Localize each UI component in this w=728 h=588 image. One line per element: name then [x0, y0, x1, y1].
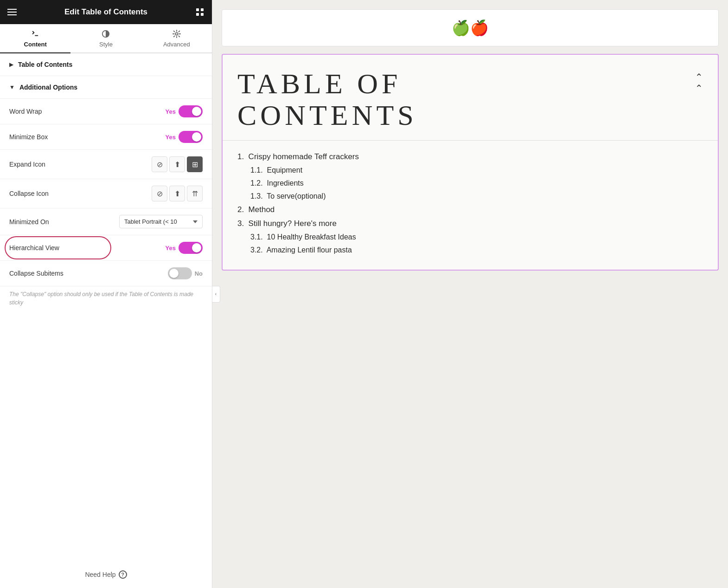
collapse-icon-label: Collapse Icon	[9, 190, 49, 197]
left-panel: Edit Table of Contents Content Style	[0, 0, 212, 588]
tab-style[interactable]: Style	[70, 24, 141, 53]
toc-section-title: Table of Contents	[18, 61, 72, 68]
minimized-on-row: Minimized On Tablet Portrait (< 10 Mobil…	[0, 208, 212, 235]
expand-icon-row: Expand Icon ⊘ ⬆ ⊞	[0, 150, 212, 179]
collapse-icon-upload[interactable]: ⬆	[169, 186, 185, 201]
collapse-subitems-row: Collapse Subitems No	[0, 261, 212, 286]
collapse-subitems-label: Collapse Subitems	[9, 270, 64, 277]
options-list: Word Wrap Yes Minimize Box Yes Expand Ic…	[0, 99, 212, 561]
collapse-subitems-track[interactable]	[168, 267, 192, 279]
toc-item-1-3[interactable]: 1.3. To serve(optional)	[237, 190, 703, 203]
toc-section-arrow: ▶	[9, 61, 13, 68]
editor-header: Edit Table of Contents	[0, 0, 212, 24]
minimize-box-thumb	[192, 132, 201, 142]
minimize-box-toggle[interactable]: Yes	[166, 131, 203, 143]
collapse-icon-row: Collapse Icon ⊘ ⬆ ⇈	[0, 179, 212, 208]
expand-icon-upload[interactable]: ⬆	[169, 156, 185, 172]
hierarchical-view-label: Hierarchical View	[9, 244, 59, 252]
toc-title-text: TABLE OFCONTENTS	[237, 68, 417, 131]
grid-apps-icon[interactable]	[195, 7, 204, 17]
expand-icon-group: ⊘ ⬆ ⊞	[152, 156, 203, 172]
word-wrap-value: Yes	[166, 108, 176, 115]
collapse-hint: The "Collapse" option should only be use…	[0, 286, 212, 313]
toc-collapse-arrows-icon[interactable]: ⌃⌃	[695, 71, 703, 94]
svg-rect-3	[201, 13, 204, 16]
collapse-subitems-thumb	[169, 269, 179, 278]
expand-icon-label: Expand Icon	[9, 161, 45, 168]
collapse-icon-arrows[interactable]: ⇈	[187, 186, 203, 201]
minimized-on-label: Minimized On	[9, 218, 49, 226]
editor-title: Edit Table of Contents	[64, 7, 147, 17]
toc-title-area: TABLE OFCONTENTS ⌃⌃	[223, 55, 718, 141]
collapse-icon-none[interactable]: ⊘	[152, 186, 167, 201]
expand-icon-box[interactable]: ⊞	[187, 156, 203, 172]
hierarchical-view-thumb	[192, 243, 201, 252]
minimize-box-row: Minimize Box Yes	[0, 124, 212, 150]
minimize-box-value: Yes	[166, 134, 176, 141]
collapse-subitems-toggle[interactable]: No	[168, 267, 203, 279]
apple-icon: 🍏🍎	[452, 19, 489, 37]
tab-content[interactable]: Content	[0, 24, 70, 53]
collapse-icon-group: ⊘ ⬆ ⇈	[152, 186, 203, 201]
toc-list-area: 1. Crispy homemade Teff crackers 1.1. Eq…	[223, 141, 718, 270]
minimized-on-select[interactable]: Tablet Portrait (< 10 Mobile Desktop	[119, 215, 203, 228]
hierarchical-view-toggle[interactable]: Yes	[166, 242, 203, 254]
toc-item-3-1[interactable]: 3.1. 10 Healthy Breakfast Ideas	[237, 231, 703, 244]
additional-options-arrow: ▼	[9, 84, 15, 90]
toc-section-header[interactable]: ▶ Table of Contents	[0, 53, 212, 76]
collapse-subitems-value: No	[195, 270, 203, 277]
svg-rect-2	[196, 13, 199, 16]
hamburger-menu-icon[interactable]	[7, 9, 17, 15]
toc-item-3[interactable]: 3. Still hungry? Here's more	[237, 217, 703, 231]
svg-rect-1	[201, 8, 204, 11]
additional-options-title: Additional Options	[19, 84, 77, 91]
toc-item-1-1[interactable]: 1.1. Equipment	[237, 164, 703, 177]
word-wrap-thumb	[192, 107, 201, 116]
svg-rect-0	[196, 8, 199, 11]
additional-options-header[interactable]: ▼ Additional Options	[0, 76, 212, 99]
hierarchical-view-track[interactable]	[179, 242, 203, 254]
word-wrap-label: Word Wrap	[9, 108, 42, 115]
minimize-box-track[interactable]	[179, 131, 203, 143]
hierarchical-view-value: Yes	[166, 245, 176, 252]
need-help-label: Need Help	[85, 571, 115, 578]
word-wrap-track[interactable]	[179, 105, 203, 117]
tab-advanced[interactable]: Advanced	[141, 24, 212, 53]
word-wrap-toggle[interactable]: Yes	[166, 105, 203, 117]
toc-widget: TABLE OFCONTENTS ⌃⌃ 1. Crispy homemade T…	[222, 54, 719, 271]
minimize-box-label: Minimize Box	[9, 133, 48, 141]
panel-collapse-button[interactable]: ‹	[212, 286, 220, 303]
tab-bar: Content Style Advanced	[0, 24, 212, 53]
preview-header-box: 🍏🍎	[222, 9, 719, 46]
svg-point-5	[175, 32, 178, 35]
toc-item-3-2[interactable]: 3.2. Amazing Lentil flour pasta	[237, 244, 703, 257]
need-help-button[interactable]: Need Help ?	[0, 561, 212, 588]
help-circle-icon: ?	[119, 570, 127, 579]
toc-item-1-2[interactable]: 1.2. Ingredients	[237, 177, 703, 190]
hierarchical-view-row: Hierarchical View Yes	[0, 235, 212, 261]
toc-item-1[interactable]: 1. Crispy homemade Teff crackers	[237, 150, 703, 164]
toc-item-2[interactable]: 2. Method	[237, 203, 703, 217]
expand-icon-none[interactable]: ⊘	[152, 156, 167, 172]
right-panel: ‹ 🍏🍎 TABLE OFCONTENTS ⌃⌃ 1. Crispy homem…	[212, 0, 728, 588]
word-wrap-row: Word Wrap Yes	[0, 99, 212, 124]
